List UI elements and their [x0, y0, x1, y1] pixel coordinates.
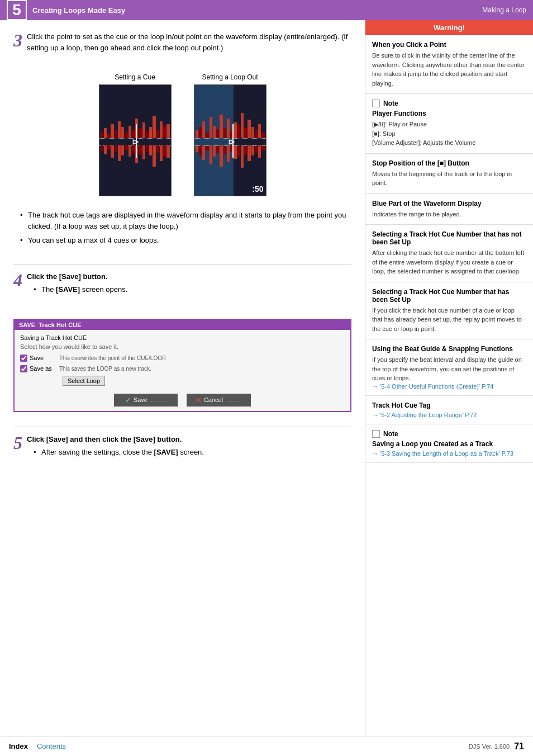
note-label: Note [383, 100, 398, 107]
step-4-bullets: The [SAVE] screen opens. [34, 284, 127, 295]
step-5-block: 5 Click [Save] and then click the [Save]… [13, 434, 351, 480]
step-3-icon: 3 [13, 31, 22, 49]
divider-2 [13, 427, 351, 427]
save-as-row-desc: This saves the LOOP as a new track. [59, 366, 151, 372]
chapter-number: 5 [7, 0, 27, 20]
rc-blue-text: Indicates the range to be played. [372, 210, 526, 219]
page-footer: Index Contents DJS Ver. 1.600 71 [0, 736, 533, 756]
save-desc-1: Saving a Track Hot CUE [20, 334, 345, 341]
dialog-cancel-label: Cancel [204, 396, 223, 403]
dialog-cancel-button[interactable]: ✕ Cancel ............ [187, 394, 251, 407]
step-5-icon: 5 [13, 434, 22, 452]
save-dots: ............ [150, 397, 166, 403]
x-icon: ✕ [196, 396, 202, 404]
rc-beat-link[interactable]: → '5-4 Other Useful Functions (Create)' … [372, 383, 493, 390]
step-3-bullets: The track hot cue tags are displayed in … [20, 210, 351, 246]
note-label-2: Note [383, 430, 398, 438]
rc-beat-title: Using the Beat Guide & Snapping Function… [372, 345, 526, 353]
save-label: SAVE [19, 322, 35, 328]
save-dialog: SAVE Track Hot CUE Saving a Track Hot CU… [13, 319, 351, 412]
step-3-text: Click the point to set as the cue or the… [27, 31, 351, 53]
step-5-bullets: After saving the settings, close the [SA… [34, 447, 204, 458]
section-title: Making a Loop [482, 6, 526, 14]
left-column: 3 Click the point to set as the cue or t… [0, 20, 365, 736]
save-row-label: Save [30, 355, 44, 361]
bullet-item: After saving the settings, close the [SA… [34, 447, 204, 458]
waveform-loop: Setting a Loop Out [194, 73, 266, 196]
chapter-title: Creating Loops Made Easy [32, 6, 482, 15]
checkmark-icon: ✓ [125, 396, 131, 404]
bullet-item: The [SAVE] screen opens. [34, 284, 127, 295]
step-4-icon: 4 [13, 271, 22, 289]
note-box-icon-2 [372, 430, 380, 438]
rc-hot-cue-tag-title: Track Hot Cue Tag [372, 401, 526, 409]
cancel-dots: ............ [225, 397, 242, 403]
rc-player-item-1: [▶/II]: Play or Pause [372, 120, 526, 129]
main-layout: 3 Click the point to set as the cue or t… [0, 20, 533, 736]
save-row-save: Save This overwrites the point of the CU… [20, 355, 345, 362]
rc-blue-title: Blue Part of the Waveform Display [372, 200, 526, 207]
dialog-save-label: Save [134, 396, 147, 403]
save-row-desc: This overwrites the point of the CUE/LOO… [59, 355, 166, 361]
rc-select-set-title: Selecting a Track Hot Cue Number that ha… [372, 288, 526, 304]
rc-hot-cue-tag-link[interactable]: → '5-2 Adjusting the Loop Range' P.72 [372, 412, 477, 418]
rc-saving-loop: Note Saving a Loop you Created as a Trac… [365, 424, 533, 463]
rc-when-click-text: Be sure to click in the vicinity of the … [372, 51, 526, 88]
save-as-checkbox[interactable] [20, 365, 27, 372]
rc-player-item-3: [Volume Adjuster]: Adjusts the Volume [372, 138, 526, 148]
warning-header: Warning! [365, 20, 533, 35]
footer-index[interactable]: Index [9, 742, 28, 750]
rc-select-not-set-title: Selecting a Track Hot Cue Number that ha… [372, 230, 526, 246]
waveform-cue-img: ⊳ [99, 84, 172, 196]
rc-stop-text: Moves to the beginning of the track or t… [372, 169, 526, 188]
page-header: 5 Creating Loops Made Easy Making a Loop [0, 0, 533, 20]
bullet-item: The track hot cue tags are displayed in … [20, 210, 351, 231]
rc-when-click-title: When you Click a Point [372, 41, 526, 49]
rc-select-set-text: If you click the track hot cue number of… [372, 306, 526, 334]
rc-saving-loop-link[interactable]: → '5-3 Saving the Length of a Loop as a … [372, 450, 513, 457]
bullet-item: You can set up a max of 4 cues or loops. [20, 235, 351, 246]
rc-saving-loop-title: Saving a Loop you Created as a Track [372, 440, 526, 448]
select-loop-button[interactable]: Select Loop [63, 376, 105, 386]
rc-when-click: When you Click a Point Be sure to click … [365, 35, 533, 94]
rc-stop-title: Stop Position of the [■] Button [372, 159, 526, 167]
waveform-area: Setting a Cue [13, 73, 351, 196]
rc-select-not-set-text: After clicking the track hot cue number … [372, 248, 526, 276]
rc-note-header-1: Note [372, 100, 526, 107]
rc-blue-part: Blue Part of the Waveform Display Indica… [365, 194, 533, 225]
divider-1 [13, 264, 351, 264]
waveform-cue-label: Setting a Cue [115, 73, 155, 81]
rc-player-functions: Note Player Functions [▶/II]: Play or Pa… [365, 94, 533, 154]
footer-page-num: 71 [514, 741, 524, 752]
save-as-row-label: Save as [30, 365, 52, 372]
rc-select-set: Selecting a Track Hot Cue Number that ha… [365, 282, 533, 340]
rc-player-title: Player Functions [372, 110, 526, 117]
note-box-icon [372, 100, 380, 107]
rc-stop-position: Stop Position of the [■] Button Moves to… [365, 154, 533, 194]
waveform-loop-img: ⊳ [194, 84, 266, 196]
rc-beat-guide: Using the Beat Guide & Snapping Function… [365, 339, 533, 396]
step-3-block: 3 Click the point to set as the cue or t… [13, 31, 351, 255]
waveform-loop-label: Setting a Loop Out [202, 73, 258, 81]
footer-contents[interactable]: Contents [37, 742, 66, 750]
track-hot-cue-label: Track Hot CUE [39, 322, 81, 328]
footer-right: DJS Ver. 1.600 71 [469, 741, 524, 752]
save-dialog-body: Saving a Track Hot CUE Select how you wo… [15, 330, 350, 411]
save-row-saveas: Save as This saves the LOOP as a new tra… [20, 365, 345, 372]
footer-djs-ver: DJS Ver. 1.600 [469, 743, 510, 750]
step-5-text: Click [Save] and then click the [Save] b… [27, 434, 204, 467]
rc-select-not-set: Selecting a Track Hot Cue Number that ha… [365, 225, 533, 282]
step-4-text: Click the [Save] button. The [SAVE] scre… [27, 271, 127, 304]
save-as-checkbox-label: Save as [20, 365, 54, 372]
rc-beat-text: If you specify the beat interval and dis… [372, 355, 526, 383]
save-checkbox-label: Save [20, 355, 54, 362]
save-dialog-header: SAVE Track Hot CUE [15, 320, 350, 330]
dialog-save-button[interactable]: ✓ Save ............ [114, 394, 178, 407]
save-checkbox[interactable] [20, 355, 27, 362]
step-4-block: 4 Click the [Save] button. The [SAVE] sc… [13, 271, 351, 418]
rc-player-item-2: [■]: Stop [372, 129, 526, 139]
rc-note-header-2: Note [372, 430, 526, 438]
save-desc-2: Select how you would like to save it. [20, 343, 345, 350]
waveform-cue: Setting a Cue [99, 73, 172, 196]
save-dialog-buttons: ✓ Save ............ ✕ Cancel ...........… [20, 394, 345, 407]
